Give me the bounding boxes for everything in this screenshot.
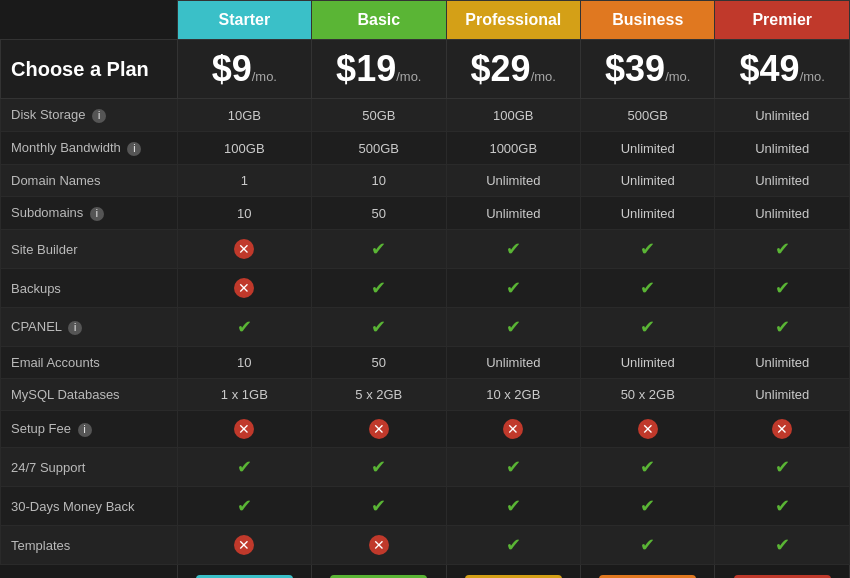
cell-8-2: 10 x 2GB: [446, 379, 580, 411]
cell-12-0: ✕: [177, 526, 311, 565]
table-row: Domain Names110UnlimitedUnlimitedUnlimit…: [1, 165, 850, 197]
cross-icon: ✕: [369, 535, 389, 555]
cell-4-4: ✔: [715, 230, 850, 269]
info-icon[interactable]: i: [92, 109, 106, 123]
cell-8-0: 1 x 1GB: [177, 379, 311, 411]
cell-1-1: 500GB: [312, 132, 446, 165]
check-icon: ✔: [506, 456, 521, 478]
check-icon: ✔: [775, 238, 790, 260]
price-cell-professional: $29/mo.: [446, 40, 580, 99]
cell-11-0: ✔: [177, 487, 311, 526]
cell-7-4: Unlimited: [715, 347, 850, 379]
cell-11-1: ✔: [312, 487, 446, 526]
signup-cell-premier: Sign Up: [715, 565, 850, 579]
cross-icon: ✕: [234, 278, 254, 298]
cross-icon: ✕: [369, 419, 389, 439]
cell-4-3: ✔: [581, 230, 715, 269]
table-row: CPANEL i✔✔✔✔✔: [1, 308, 850, 347]
signup-cell-business: Sign Up: [581, 565, 715, 579]
cell-6-0: ✔: [177, 308, 311, 347]
cell-5-4: ✔: [715, 269, 850, 308]
cell-8-1: 5 x 2GB: [312, 379, 446, 411]
cell-2-4: Unlimited: [715, 165, 850, 197]
feature-label: CPANEL i: [1, 308, 178, 347]
cell-4-1: ✔: [312, 230, 446, 269]
cell-6-4: ✔: [715, 308, 850, 347]
check-icon: ✔: [371, 277, 386, 299]
header-business: Business: [581, 1, 715, 40]
table-row: Monthly Bandwidth i100GB500GB1000GBUnlim…: [1, 132, 850, 165]
cell-6-2: ✔: [446, 308, 580, 347]
table-row: Site Builder✕✔✔✔✔: [1, 230, 850, 269]
cell-3-3: Unlimited: [581, 197, 715, 230]
signup-cell-professional: Sign Up: [446, 565, 580, 579]
check-icon: ✔: [640, 495, 655, 517]
cell-5-1: ✔: [312, 269, 446, 308]
check-icon: ✔: [640, 456, 655, 478]
cell-12-4: ✔: [715, 526, 850, 565]
cross-icon: ✕: [772, 419, 792, 439]
cell-5-2: ✔: [446, 269, 580, 308]
info-icon[interactable]: i: [90, 207, 104, 221]
header-row: Starter Basic Professional Business Prem…: [1, 1, 850, 40]
table-row: Setup Fee i✕✕✕✕✕: [1, 411, 850, 448]
check-icon: ✔: [371, 456, 386, 478]
check-icon: ✔: [371, 495, 386, 517]
info-icon[interactable]: i: [78, 423, 92, 437]
info-icon[interactable]: i: [127, 142, 141, 156]
table-row: Email Accounts1050UnlimitedUnlimitedUnli…: [1, 347, 850, 379]
price-cell-basic: $19/mo.: [312, 40, 446, 99]
check-icon: ✔: [371, 316, 386, 338]
feature-label: Email Accounts: [1, 347, 178, 379]
check-icon: ✔: [775, 316, 790, 338]
info-icon[interactable]: i: [68, 321, 82, 335]
price-cell-starter: $9/mo.: [177, 40, 311, 99]
cell-1-2: 1000GB: [446, 132, 580, 165]
cell-3-2: Unlimited: [446, 197, 580, 230]
signup-empty: [1, 565, 178, 579]
check-icon: ✔: [237, 495, 252, 517]
check-icon: ✔: [640, 316, 655, 338]
cross-icon: ✕: [234, 239, 254, 259]
cell-10-3: ✔: [581, 448, 715, 487]
price-cell-business: $39/mo.: [581, 40, 715, 99]
cell-2-1: 10: [312, 165, 446, 197]
check-icon: ✔: [775, 534, 790, 556]
check-icon: ✔: [371, 238, 386, 260]
cell-2-0: 1: [177, 165, 311, 197]
cell-3-0: 10: [177, 197, 311, 230]
feature-label: Disk Storage i: [1, 99, 178, 132]
check-icon: ✔: [775, 456, 790, 478]
header-premier: Premier: [715, 1, 850, 40]
cell-4-0: ✕: [177, 230, 311, 269]
cell-0-2: 100GB: [446, 99, 580, 132]
cell-11-3: ✔: [581, 487, 715, 526]
table-row: MySQL Databases1 x 1GB5 x 2GB10 x 2GB50 …: [1, 379, 850, 411]
cell-5-0: ✕: [177, 269, 311, 308]
header-empty: [1, 1, 178, 40]
check-icon: ✔: [506, 238, 521, 260]
cell-12-3: ✔: [581, 526, 715, 565]
cell-11-4: ✔: [715, 487, 850, 526]
price-row: Choose a Plan$9/mo.$19/mo.$29/mo.$39/mo.…: [1, 40, 850, 99]
cell-9-3: ✕: [581, 411, 715, 448]
cell-0-0: 10GB: [177, 99, 311, 132]
feature-label: Templates: [1, 526, 178, 565]
check-icon: ✔: [640, 534, 655, 556]
check-icon: ✔: [640, 277, 655, 299]
cross-icon: ✕: [503, 419, 523, 439]
cell-9-2: ✕: [446, 411, 580, 448]
check-icon: ✔: [506, 316, 521, 338]
feature-label: MySQL Databases: [1, 379, 178, 411]
cell-6-1: ✔: [312, 308, 446, 347]
table-row: 24/7 Support✔✔✔✔✔: [1, 448, 850, 487]
cell-1-4: Unlimited: [715, 132, 850, 165]
cell-3-4: Unlimited: [715, 197, 850, 230]
feature-label: Monthly Bandwidth i: [1, 132, 178, 165]
cell-9-0: ✕: [177, 411, 311, 448]
cell-7-0: 10: [177, 347, 311, 379]
cell-9-1: ✕: [312, 411, 446, 448]
cell-0-3: 500GB: [581, 99, 715, 132]
feature-label: 24/7 Support: [1, 448, 178, 487]
cross-icon: ✕: [638, 419, 658, 439]
